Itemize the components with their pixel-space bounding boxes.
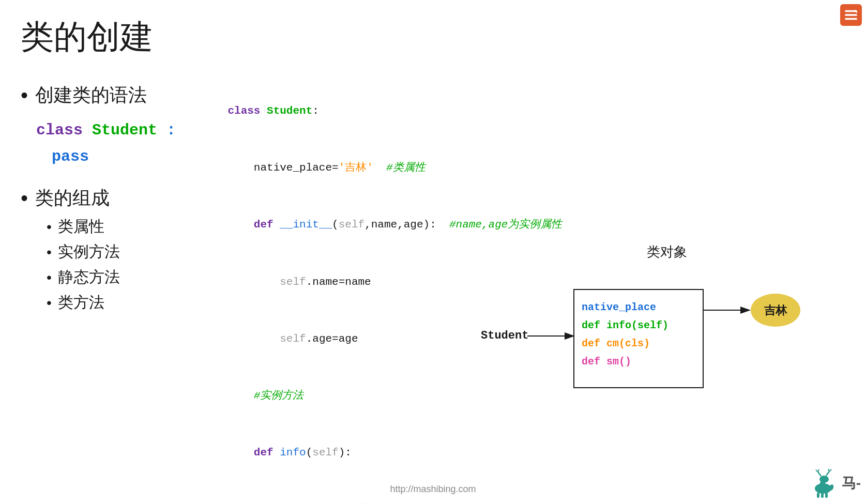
sub-bullet-attr: 类属性 [47, 216, 217, 237]
svg-line-14 [818, 469, 819, 472]
box-item-cm: def cm(cls) [582, 338, 650, 349]
kw-pass: pass [52, 148, 89, 165]
svg-rect-20 [825, 493, 828, 498]
sub-bullet-static-method: 静态方法 [47, 267, 217, 288]
box-item-info: def info(self) [582, 319, 669, 331]
bullet-class-composition: 类的组成 [21, 186, 217, 211]
code-line-2: native_place='吉林' #类属性 [202, 140, 553, 196]
logo-text: 马- [842, 474, 861, 493]
box-item-native-place: native_place [582, 301, 656, 313]
class-colon: : [166, 121, 176, 139]
box-item-sm: def sm() [582, 356, 631, 368]
svg-rect-2 [845, 18, 857, 20]
diagram-svg: Student native_place def info(self) def … [445, 258, 848, 429]
svg-line-15 [826, 471, 829, 476]
svg-line-12 [818, 472, 821, 476]
horse-logo-icon [808, 468, 839, 499]
logo-area: 马- [808, 468, 861, 499]
svg-rect-18 [817, 493, 819, 498]
diagram-area: 类对象 Student native_place def info(self) … [445, 243, 848, 439]
svg-line-17 [828, 469, 829, 471]
page-title: 类的创建 [21, 14, 153, 59]
code-line-1: class Student: [202, 83, 553, 140]
sub-bullet-instance-method: 实例方法 [47, 241, 217, 263]
toolbar-icon[interactable] [840, 4, 862, 26]
jilin-label: 吉林 [764, 304, 787, 317]
footer-url: http://mashibing.com [390, 484, 476, 495]
class-name-student: Student [92, 121, 157, 139]
student-label: Student [481, 329, 528, 342]
svg-rect-1 [845, 14, 857, 16]
svg-point-11 [819, 476, 829, 483]
code-line-8: print('我的名字叫:',self.name,'年龄是:',self.age… [202, 482, 553, 504]
svg-rect-19 [821, 493, 824, 498]
bullet-create-class: 创建类的语法 [21, 83, 217, 108]
kw-class: class [36, 121, 83, 139]
left-panel: 创建类的语法 class Student : pass 类的组成 类属性 实例方… [21, 83, 217, 317]
sub-bullets: 类属性 实例方法 静态方法 类方法 [47, 216, 217, 313]
sub-bullet-class-method: 类方法 [47, 292, 217, 313]
simple-class-code: class Student : pass [36, 117, 217, 170]
